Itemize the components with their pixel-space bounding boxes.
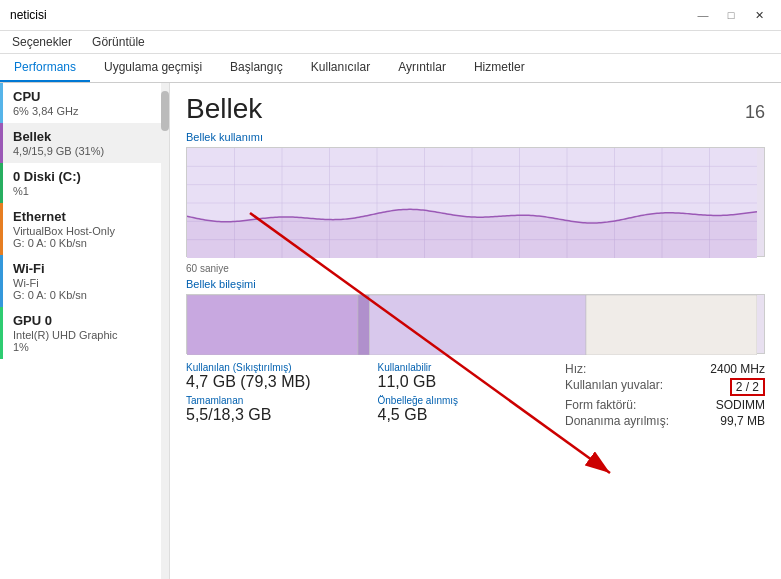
tab-hizmetler[interactable]: Hizmetler: [460, 54, 539, 82]
panel-title: Bellek: [186, 93, 262, 125]
form-key: Form faktörü:: [565, 398, 636, 412]
sidebar: CPU 6% 3,84 GHz Bellek 4,9/15,9 GB (31%)…: [0, 83, 170, 579]
sidebar-item-bellek[interactable]: Bellek 4,9/15,9 GB (31%): [0, 123, 169, 163]
onbellege-value: 4,5 GB: [378, 406, 546, 424]
tamamlanan-label: Tamamlanan: [186, 395, 354, 406]
kullanilabilir-label: Kullanılabilir: [378, 362, 546, 373]
donanim-key: Donanıma ayrılmış:: [565, 414, 669, 428]
kullanilan-block: Kullanılan (Sıkıştırılmış) 4,7 GB (79,3 …: [186, 362, 354, 391]
kullanum-label: Bellek kullanımı: [186, 131, 765, 143]
donanim-row: Donanıma ayrılmış: 99,7 MB: [565, 414, 765, 428]
kullanilan-value: 4,7 GB (79,3 MB): [186, 373, 354, 391]
right-panel: Bellek 16 Bellek kullanımı 60 saniye Bel…: [170, 83, 781, 579]
yuvalar-val: 2 / 2: [730, 378, 765, 396]
form-row: Form faktörü: SODIMM: [565, 398, 765, 412]
menu-item-gorunturle[interactable]: Görüntüle: [88, 33, 149, 51]
time-label: 60 saniye: [186, 263, 765, 274]
onbellege-block: Önbelleğe alınmış 4,5 GB: [378, 395, 546, 424]
stats-left: Kullanılan (Sıkıştırılmış) 4,7 GB (79,3 …: [186, 362, 545, 428]
tab-performans[interactable]: Performans: [0, 54, 90, 82]
tamamlanan-value: 5,5/18,3 GB: [186, 406, 354, 424]
stats-section: Kullanılan (Sıkıştırılmış) 4,7 GB (79,3 …: [186, 362, 765, 428]
menu-bar: Seçenekler Görüntüle: [0, 31, 781, 54]
onbellege-label: Önbelleğe alınmış: [378, 395, 546, 406]
yuvalar-row: Kullanılan yuvalar: 2 / 2: [565, 378, 765, 396]
minimize-button[interactable]: —: [691, 6, 715, 24]
app-title: neticisi: [10, 8, 47, 22]
memory-usage-chart: [186, 147, 765, 257]
sidebar-item-ethernet[interactable]: Ethernet VirtualBox Host-OnlyG: 0 A: 0 K…: [0, 203, 169, 255]
tabs-bar: Performans Uygulama geçmişi Başlangıç Ku…: [0, 54, 781, 83]
maximize-button[interactable]: □: [719, 6, 743, 24]
close-button[interactable]: ✕: [747, 6, 771, 24]
kullanilabilir-value: 11,0 GB: [378, 373, 546, 391]
hiz-row: Hız: 2400 MHz: [565, 362, 765, 376]
sidebar-item-wifi[interactable]: Wi-Fi Wi-FiG: 0 A: 0 Kb/sn: [0, 255, 169, 307]
yuvalar-key: Kullanılan yuvalar:: [565, 378, 663, 396]
kullanilan-label: Kullanılan (Sıkıştırılmış): [186, 362, 354, 373]
form-val: SODIMM: [716, 398, 765, 412]
tab-ayrintilar[interactable]: Ayrıntılar: [384, 54, 460, 82]
donanim-val: 99,7 MB: [720, 414, 765, 428]
memory-composition-chart: [186, 294, 765, 354]
main-content: CPU 6% 3,84 GHz Bellek 4,9/15,9 GB (31%)…: [0, 83, 781, 579]
sidebar-scrollbar[interactable]: [161, 83, 169, 579]
panel-subtitle: 16: [745, 102, 765, 123]
bilesim-label: Bellek bileşimi: [186, 278, 765, 290]
tamamlanan-block: Tamamlanan 5,5/18,3 GB: [186, 395, 354, 424]
info-col: Hız: 2400 MHz Kullanılan yuvalar: 2 / 2 …: [565, 362, 765, 428]
hiz-key: Hız:: [565, 362, 586, 376]
tab-kullanicilar[interactable]: Kullanıcılar: [297, 54, 384, 82]
sidebar-item-disk[interactable]: 0 Diski (C:) %1: [0, 163, 169, 203]
tab-baslangic[interactable]: Başlangıç: [216, 54, 297, 82]
title-bar: neticisi — □ ✕: [0, 0, 781, 31]
sidebar-item-cpu[interactable]: CPU 6% 3,84 GHz: [0, 83, 169, 123]
tab-uygulama[interactable]: Uygulama geçmişi: [90, 54, 216, 82]
sidebar-item-gpu[interactable]: GPU 0 Intel(R) UHD Graphic1%: [0, 307, 169, 359]
menu-item-secenekler[interactable]: Seçenekler: [8, 33, 76, 51]
kullanilabilir-block: Kullanılabilir 11,0 GB: [378, 362, 546, 391]
hiz-val: 2400 MHz: [710, 362, 765, 376]
panel-title-row: Bellek 16: [186, 93, 765, 125]
